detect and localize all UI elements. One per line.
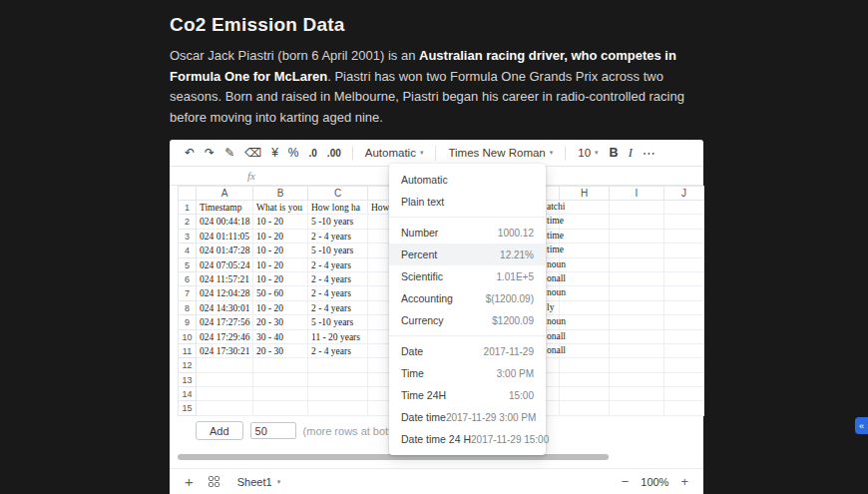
cell-c12[interactable] [308,358,368,372]
cell-j12[interactable] [664,358,704,372]
cell-h4[interactable] [560,244,610,257]
cell-i8[interactable] [610,301,664,315]
cell-h8[interactable] [560,301,610,315]
cell-b8[interactable]: 10 - 20 [253,301,308,315]
cell-j13[interactable] [664,373,704,387]
cell-c1[interactable]: How long ha [308,201,368,215]
cell-a6[interactable]: 024 11:57:21 [197,272,253,286]
cell-c4[interactable]: 5 -10 years [308,244,368,257]
menu-item-date-time[interactable]: Date time2017-11-29 3:00 PM [389,406,546,428]
cell-c2[interactable]: 5 -10 years [308,215,368,229]
cell-h12[interactable] [560,358,610,372]
cell-i3[interactable] [610,230,664,244]
cell-b1[interactable]: What is you [253,201,308,215]
decrease-decimal-icon[interactable]: .0 [304,146,322,161]
menu-item-date-time-24-h[interactable]: Date time 24 H2017-11-29 15:00 [389,428,546,450]
cell-i1[interactable] [610,201,664,215]
cell-c9[interactable]: 5 -10 years [308,315,368,329]
column-header-c[interactable]: C [308,187,368,201]
redo-icon[interactable]: ↷ [200,144,219,162]
cell-b15[interactable] [253,401,308,415]
cell-h1[interactable] [560,201,610,215]
cell-b5[interactable]: 10 - 20 [253,258,308,272]
cell-b11[interactable]: 20 - 30 [253,344,308,358]
cell-j2[interactable] [664,215,704,229]
cell-c6[interactable]: 2 - 4 years [308,272,368,286]
row-number[interactable]: 8 [179,301,197,315]
cell-a7[interactable]: 024 12:04:28 [197,286,253,300]
cell-b10[interactable]: 30 - 40 [253,330,308,344]
menu-item-accounting[interactable]: Accounting$(1200.09) [389,287,546,309]
row-number[interactable]: 9 [179,315,197,329]
cell-a13[interactable] [197,373,253,387]
cell-i10[interactable] [610,330,664,344]
cell-j14[interactable] [664,387,704,401]
column-header-b[interactable]: B [253,187,308,201]
font-size-dropdown[interactable]: 10 ▾ [572,145,604,161]
cell-h11[interactable] [560,344,610,358]
cell-c10[interactable]: 11 - 20 years [308,330,368,344]
row-number[interactable]: 6 [179,272,197,286]
cell-h6[interactable] [560,272,610,286]
menu-item-time-24h[interactable]: Time 24H15:00 [389,384,546,406]
cell-i14[interactable] [610,387,664,401]
column-header-i[interactable]: I [610,187,664,201]
cell-a3[interactable]: 024 01:11:05 [197,230,253,244]
currency-icon[interactable]: ¥ [266,144,283,162]
row-number[interactable]: 10 [179,330,197,344]
cell-h3[interactable] [560,230,610,244]
add-rows-button[interactable]: Add [196,421,243,440]
rows-count-input[interactable] [250,422,296,439]
menu-item-date[interactable]: Date2017-11-29 [389,340,546,362]
cell-j9[interactable] [664,315,704,329]
cell-b7[interactable]: 50 - 60 [253,286,308,300]
row-number[interactable]: 3 [179,230,197,244]
row-number[interactable]: 1 [179,201,197,215]
font-dropdown[interactable]: Times New Roman ▾ [442,145,559,161]
cell-h15[interactable] [560,401,610,415]
row-number[interactable]: 13 [179,373,197,387]
row-number[interactable]: 7 [179,286,197,300]
column-header-j[interactable]: J [664,187,704,201]
cell-b4[interactable]: 10 - 20 [253,244,308,257]
cell-j8[interactable] [664,301,704,315]
cell-a1[interactable]: Timestamp [197,201,253,215]
cell-c15[interactable] [308,401,368,415]
cell-c7[interactable]: 2 - 4 years [308,286,368,300]
cell-a12[interactable] [197,358,253,372]
cell-j11[interactable] [664,344,704,358]
cell-c14[interactable] [308,387,368,401]
row-number[interactable]: 2 [179,215,197,229]
cell-i15[interactable] [610,401,664,415]
cell-i12[interactable] [610,358,664,372]
cell-i4[interactable] [610,244,664,257]
cell-b13[interactable] [253,373,308,387]
cell-a8[interactable]: 024 14:30:01 [197,301,253,315]
cell-h5[interactable] [560,258,610,272]
sheet-tab[interactable]: Sheet1 ▾ [231,475,286,489]
more-options-button[interactable]: ⋯ [638,144,661,163]
cell-b9[interactable]: 20 - 30 [253,315,308,329]
floating-widget-badge[interactable]: « [855,417,868,434]
cell-a15[interactable] [197,401,253,415]
cell-c11[interactable]: 2 - 4 years [308,344,368,358]
cell-j1[interactable] [664,201,704,215]
cell-a10[interactable]: 024 17:29:46 [197,330,253,344]
row-number[interactable]: 14 [179,387,197,401]
clear-format-icon[interactable]: ⌫ [239,144,266,162]
cell-b3[interactable]: 10 - 20 [253,230,308,244]
cell-i9[interactable] [610,315,664,329]
paint-format-icon[interactable]: ✎ [219,144,239,162]
cell-c3[interactable]: 2 - 4 years [308,230,368,244]
cell-i11[interactable] [610,344,664,358]
zoom-in-button[interactable]: + [677,474,691,489]
cell-j10[interactable] [664,330,704,344]
menu-item-automatic[interactable]: Automatic [389,169,546,191]
cell-i2[interactable] [610,215,664,229]
cell-b6[interactable]: 10 - 20 [253,272,308,286]
undo-icon[interactable]: ↶ [180,144,200,162]
cell-h2[interactable] [560,215,610,229]
cell-i5[interactable] [610,258,664,272]
cell-a11[interactable]: 024 17:30:21 [197,344,253,358]
cell-c8[interactable]: 2 - 4 years [308,301,368,315]
